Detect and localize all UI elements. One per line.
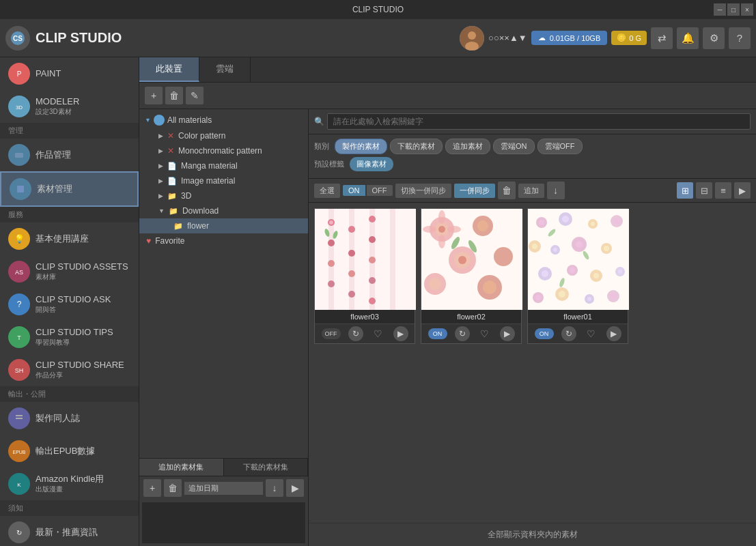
tree-expand-image: ▶ — [158, 177, 163, 184]
sync-all-button[interactable]: 一併同步 — [454, 184, 495, 198]
edit-button[interactable]: ✎ — [186, 87, 204, 104]
cloud-storage-button[interactable]: ☁ 0.01GB / 10GB — [531, 31, 608, 45]
tree-item-3d[interactable]: ▶ 📁 3D — [139, 188, 308, 203]
gear-icon: ⚙ — [710, 32, 718, 44]
sidebar-item-assets[interactable]: AS CLIP STUDIO ASSETS 素材庫 — [0, 255, 139, 288]
view-delete-button[interactable]: 🗑 — [498, 182, 516, 199]
sidebar-item-share[interactable]: SH CLIP STUDIO SHARE 作品分享 — [0, 354, 139, 386]
svg-point-44 — [348, 270, 355, 277]
sidebar-item-news[interactable]: ↻ 最新・推薦資訊 — [0, 516, 139, 546]
tree-tab-created[interactable]: 追加的素材集 — [139, 459, 224, 476]
arrow-flower02[interactable]: ▶ — [500, 326, 515, 341]
sidebar-item-paint[interactable]: P PAINT — [0, 57, 139, 90]
tab-cloud[interactable]: 雲端 — [199, 57, 251, 82]
sidebar-item-ask[interactable]: ? CLIP STUDIO ASK 開與答 — [0, 288, 139, 321]
kindle-labels: Amazon Kindle用 出版漫畫 — [36, 474, 104, 495]
toggle-flower02[interactable]: ON — [428, 328, 447, 339]
filter-cloud-off[interactable]: 雲端OFF — [537, 139, 583, 154]
heart-flower01[interactable]: ♡ — [584, 326, 599, 341]
tree-tab-downloaded[interactable]: 下載的素材集 — [224, 459, 309, 476]
sync-button[interactable]: ⇄ — [651, 27, 673, 49]
expand-view-button[interactable]: ▶ — [734, 182, 751, 199]
sidebar-item-material[interactable]: 素材管理 — [0, 171, 139, 207]
sidebar-label-news: 最新・推薦資訊 — [36, 527, 98, 538]
svg-point-83 — [532, 244, 537, 249]
material-card-flower03[interactable]: flower03 OFF ↻ ♡ ▶ — [314, 208, 415, 344]
toggle-off[interactable]: OFF — [367, 185, 393, 196]
title-bar: CLIP STUDIO ─ □ × — [0, 0, 756, 19]
tree-item-download[interactable]: ▼ 📁 Download — [139, 203, 308, 218]
filter-created[interactable]: 製作的素材 — [335, 139, 387, 154]
sidebar-item-tutorial[interactable]: 💡 基本使用講座 — [0, 222, 139, 255]
tag-image-material[interactable]: 圖像素材 — [350, 157, 393, 171]
refresh-flower03[interactable]: ↻ — [348, 326, 363, 341]
search-input[interactable] — [327, 113, 751, 130]
toggle-flower03[interactable]: OFF — [322, 328, 341, 339]
on-off-toggle: ON OFF — [343, 185, 393, 196]
list-view-button[interactable]: ≡ — [715, 182, 731, 199]
filter-cloud-on[interactable]: 雲端ON — [493, 139, 535, 154]
minimize-button[interactable]: ─ — [714, 3, 726, 16]
sidebar-item-works[interactable]: 作品管理 — [0, 139, 139, 171]
tree-item-favorite[interactable]: ♥ Favorite — [139, 233, 308, 248]
filter-downloaded[interactable]: 下載的素材 — [390, 139, 443, 154]
tree-label-download: Download — [182, 206, 219, 216]
material-card-flower01[interactable]: flower01 ON ↻ ♡ ▶ — [527, 208, 628, 344]
grid-small-view-button[interactable]: ⊟ — [696, 182, 712, 199]
arrow-flower01[interactable]: ▶ — [606, 326, 621, 341]
sidebar-item-epub[interactable]: EPUB 輸出EPUB數據 — [0, 435, 139, 468]
delete-button[interactable]: 🗑 — [165, 87, 183, 104]
tree-item-image-material[interactable]: ▶ 📄 Image material — [139, 173, 308, 188]
heart-flower03[interactable]: ♡ — [371, 326, 386, 341]
svg-point-89 — [604, 246, 609, 251]
maximize-button[interactable]: □ — [727, 3, 740, 16]
tree-item-flower[interactable]: 📁 flower — [139, 218, 308, 233]
sidebar-item-tips[interactable]: T CLIP STUDIO TIPS 學習與教導 — [0, 321, 139, 354]
material-thumb-flower02 — [421, 209, 522, 310]
toggle-on[interactable]: ON — [343, 185, 365, 196]
toggle-flower01[interactable]: ON — [535, 328, 554, 339]
tree-add-button[interactable]: + — [143, 479, 161, 497]
tree-item-manga[interactable]: ▶ 📄 Manga material — [139, 158, 308, 173]
settings-button[interactable]: ⚙ — [703, 27, 725, 49]
help-button[interactable]: ? — [729, 27, 751, 49]
refresh-flower02[interactable]: ↻ — [455, 326, 470, 341]
sidebar-item-kindle[interactable]: K Amazon Kindle用 出版漫畫 — [0, 468, 139, 500]
filter-added[interactable]: 追加素材 — [445, 139, 490, 154]
svg-point-47 — [369, 236, 376, 243]
arrow-flower03[interactable]: ▶ — [393, 326, 408, 341]
sort-down-button[interactable]: ↓ — [266, 479, 283, 497]
svg-point-97 — [618, 270, 622, 274]
view-down-button[interactable]: ↓ — [547, 182, 565, 199]
sort-arrow-button[interactable]: ▶ — [286, 479, 304, 497]
sidebar-item-modeler[interactable]: 3D MODELER 設定3D素材 — [0, 90, 139, 123]
materials-area: flower03 OFF ↻ ♡ ▶ — [309, 203, 756, 523]
material-card-flower02[interactable]: flower02 ON ↻ ♡ ▶ — [421, 208, 522, 344]
grid-large-view-button[interactable]: ⊞ — [677, 182, 693, 199]
heart-flower02[interactable]: ♡ — [477, 326, 492, 341]
tree-item-monochromatic[interactable]: ▶ ✕ Monochromatic pattern — [139, 143, 308, 158]
search-icon: 🔍 — [314, 117, 324, 126]
coin-button[interactable]: 🪙 0 G — [611, 31, 647, 45]
tree-item-all-materials[interactable]: ▼ All materials — [139, 112, 308, 128]
svg-point-67 — [438, 210, 445, 224]
select-all-button[interactable]: 全選 — [314, 184, 340, 198]
tree-delete-button[interactable]: 🗑 — [164, 479, 182, 497]
assets-icon: AS — [8, 261, 30, 283]
sidebar-item-doujin[interactable]: 製作同人誌 — [0, 402, 139, 435]
avatar-button[interactable] — [460, 26, 484, 51]
tree-icon-monochromatic: ✕ — [167, 146, 174, 156]
coin-icon: 🪙 — [617, 33, 626, 42]
tree-item-color-pattern[interactable]: ▶ ✕ Color pattern — [139, 128, 308, 143]
close-button[interactable]: × — [741, 3, 753, 16]
tree-icon-manga: 📄 — [167, 162, 177, 171]
svg-point-61 — [458, 256, 466, 264]
svg-text:SH: SH — [15, 367, 24, 374]
sync-one-button[interactable]: 切換一併同步 — [395, 184, 451, 198]
add-button[interactable]: + — [145, 87, 163, 104]
bell-button[interactable]: 🔔 — [677, 27, 699, 49]
window-title: CLIP STUDIO — [352, 5, 404, 14]
add-material-button[interactable]: 追加 — [518, 184, 544, 198]
tab-local[interactable]: 此裝置 — [139, 57, 199, 82]
refresh-flower01[interactable]: ↻ — [561, 326, 576, 341]
